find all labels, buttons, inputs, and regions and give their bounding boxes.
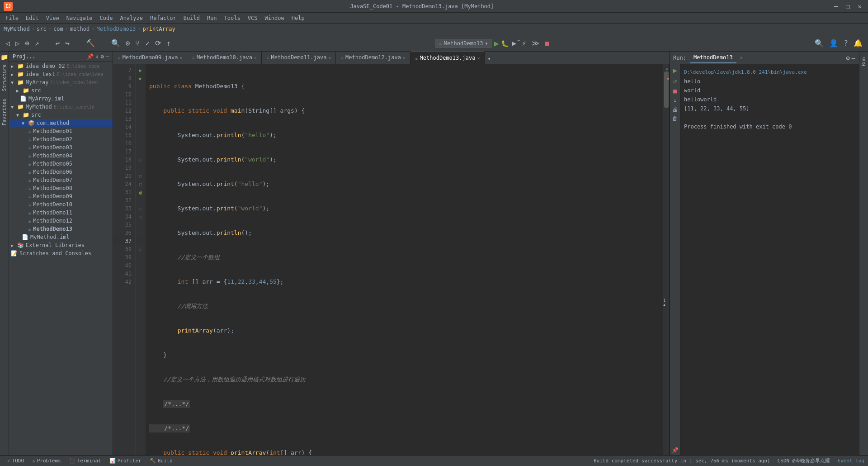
tab-methoddemo13[interactable]: ☕ MethodDemo13.java ✕: [410, 52, 485, 64]
menu-window[interactable]: Window: [261, 14, 288, 22]
sidebar-item-methoddemo10[interactable]: ☕ MethodDemo10: [9, 200, 113, 209]
menu-help[interactable]: Help: [288, 14, 308, 22]
run-sidebar-label[interactable]: Run: [860, 53, 868, 70]
sidebar-item-mymethod-iml[interactable]: 📄 MyMethod.iml: [9, 233, 113, 241]
bottom-tab-build[interactable]: 🔨 Build: [146, 457, 176, 465]
menu-edit[interactable]: Edit: [22, 14, 42, 22]
close-button[interactable]: ✕: [855, 2, 864, 11]
sidebar-item-src[interactable]: ▼ 📁 src: [9, 111, 113, 119]
bottom-tab-profiler[interactable]: 📊 Profiler: [106, 457, 145, 465]
project-icon[interactable]: 📁: [0, 53, 8, 61]
stop-button[interactable]: ■: [543, 38, 551, 48]
user-button[interactable]: 👤: [827, 38, 840, 48]
code-editor[interactable]: public class MethodDemo13 { public stati…: [146, 64, 663, 455]
menu-analyze[interactable]: Analyze: [116, 14, 146, 22]
favorites-icon[interactable]: Favorites: [1, 99, 7, 126]
toolbar-undo-button[interactable]: ↩: [54, 38, 62, 48]
menu-view[interactable]: View: [42, 14, 63, 22]
sidebar-close-button[interactable]: —: [106, 53, 109, 60]
toolbar-back-button[interactable]: ◁: [4, 38, 12, 48]
sidebar-item-scratches[interactable]: 📝 Scratches and Consoles: [9, 249, 113, 257]
tab-methoddemo09[interactable]: ☕ MethodDemo09.java ✕: [113, 52, 187, 64]
sidebar-item-myarray-iml[interactable]: 📄 MyArray.iml: [9, 95, 113, 103]
run-panel-minimize[interactable]: —: [852, 54, 855, 62]
menu-navigate[interactable]: Navigate: [63, 14, 96, 22]
menu-tools[interactable]: Tools: [221, 14, 244, 22]
run-restart-button[interactable]: ▶: [673, 66, 677, 75]
tab-close-12[interactable]: ✕: [403, 55, 406, 60]
run-gutter-7[interactable]: ▶: [139, 68, 142, 73]
breadcrumb-mymethod[interactable]: MyMethod: [4, 26, 30, 32]
tab-methoddemo12[interactable]: ☕ MethodDemo12.java ✕: [336, 52, 410, 64]
tab-methoddemo10[interactable]: ☕ MethodDemo10.java ✕: [187, 52, 261, 64]
toolbar-recent-button[interactable]: ⊕: [23, 38, 31, 48]
editor-content[interactable]: 7 8 9 10 11 12 13 14 15 16 17 18 19 20 2…: [113, 64, 669, 455]
sidebar-item-methoddemo05[interactable]: ☕ MethodDemo05: [9, 160, 113, 168]
toolbar-push-button[interactable]: ↑: [165, 38, 173, 48]
sidebar-pin-button[interactable]: 📌: [87, 53, 94, 60]
menu-build[interactable]: Build: [180, 14, 203, 22]
toolbar-search-button[interactable]: 🔍: [109, 38, 122, 48]
bottom-tab-problems[interactable]: ⚠ Problems: [28, 457, 65, 465]
tab-close-11[interactable]: ✕: [328, 55, 331, 60]
run-tab-methoddemo13[interactable]: MethodDemo13: [690, 52, 736, 63]
maximize-button[interactable]: □: [843, 2, 852, 11]
sidebar-item-methoddemo13[interactable]: ☕ MethodDemo13: [9, 225, 113, 233]
sidebar-item-idea-test[interactable]: ▶ 📁 idea_test E:\idea_code\idea: [9, 70, 113, 78]
tab-close-10[interactable]: ✕: [254, 55, 257, 60]
run-stop-button[interactable]: ■: [673, 87, 677, 95]
editor-scrollbar[interactable]: ▲ 1 ▲: [663, 64, 669, 455]
sidebar-item-methoddemo12[interactable]: ☕ MethodDemo12: [9, 217, 113, 225]
run-print-button[interactable]: 🖨: [672, 106, 678, 113]
toolbar-update-button[interactable]: ⟳: [153, 38, 163, 48]
structure-icon[interactable]: Structure: [1, 64, 7, 91]
run-tab-close[interactable]: ✕: [740, 55, 743, 61]
sidebar-item-methoddemo06[interactable]: ☕ MethodDemo06: [9, 168, 113, 176]
run-config-selector[interactable]: ☕ MethodDemo13 ▾: [435, 39, 492, 48]
run-button[interactable]: ▶: [494, 38, 499, 48]
sidebar-item-methoddemo02[interactable]: ☕ MethodDemo02: [9, 135, 113, 143]
profile-button[interactable]: ⚡: [520, 38, 528, 48]
toolbar-expand-button[interactable]: ↗: [33, 38, 41, 48]
tab-close-13[interactable]: ✕: [477, 56, 480, 61]
sidebar-item-idea-demo02[interactable]: ▶ 📁 idea_demo_02 E:\idea_code: [9, 62, 113, 70]
toolbar-commit-button[interactable]: ✓: [143, 38, 151, 48]
tab-close-09[interactable]: ✕: [179, 55, 182, 60]
tab-methoddemo11[interactable]: ☕ MethodDemo11.java ✕: [262, 52, 336, 64]
run-settings-button[interactable]: ⚙: [846, 54, 849, 62]
bottom-tab-terminal[interactable]: ⬛ Terminal: [66, 457, 105, 465]
sidebar-item-myarray-src[interactable]: ▶ 📁 src: [9, 86, 113, 95]
help-button[interactable]: ?: [842, 38, 850, 48]
run-rerun-button[interactable]: ↺: [673, 77, 677, 85]
sidebar-item-com-method[interactable]: ▼ 📦 com.method: [9, 119, 113, 127]
menu-vcs[interactable]: VCS: [244, 14, 261, 22]
run-gutter-8[interactable]: ▶: [139, 76, 142, 81]
breadcrumb-src[interactable]: src: [37, 26, 47, 32]
tabs-overflow-button[interactable]: ▾: [485, 54, 493, 64]
sidebar-item-methoddemo09[interactable]: ☕ MethodDemo09: [9, 192, 113, 200]
global-search-button[interactable]: 🔍: [813, 38, 826, 48]
sidebar-item-myarray[interactable]: ▼ 📁 MyArray E:\idea_code\Ideal: [9, 78, 113, 86]
collapse-24[interactable]: □: [139, 182, 142, 187]
sidebar-item-methoddemo04[interactable]: ☕ MethodDemo04: [9, 152, 113, 160]
sidebar-sync-button[interactable]: ↕: [95, 53, 99, 60]
debug-button[interactable]: 🐛: [501, 40, 509, 47]
sidebar-item-methoddemo07[interactable]: ☕ MethodDemo07: [9, 176, 113, 184]
menu-file[interactable]: File: [2, 14, 22, 22]
notifications-button[interactable]: 🔔: [852, 38, 864, 48]
sidebar-item-methoddemo01[interactable]: ☕ MethodDemo01: [9, 127, 113, 135]
toolbar-forward-button[interactable]: ▷: [14, 38, 22, 48]
sidebar-item-methoddemo08[interactable]: ☕ MethodDemo08: [9, 184, 113, 192]
run-pin-button[interactable]: 📌: [672, 447, 679, 453]
breadcrumb-method[interactable]: method: [70, 26, 90, 32]
sidebar-item-mymethod[interactable]: ▼ 📁 MyMethod E:\idea_code\Id: [9, 103, 113, 111]
toolbar-vcs-button[interactable]: ⑂: [133, 38, 142, 48]
run-clear-button[interactable]: 🗑: [672, 115, 678, 122]
menu-refactor[interactable]: Refactor: [146, 14, 180, 22]
event-log-button[interactable]: Event log: [837, 458, 864, 464]
sidebar-settings-button[interactable]: ⚙: [101, 53, 104, 60]
breadcrumb-printarray[interactable]: printArray: [142, 26, 175, 32]
breadcrumb-methoddemo13[interactable]: MethodDemo13: [96, 26, 136, 32]
toolbar-redo-button[interactable]: ↪: [63, 38, 71, 48]
menu-code[interactable]: Code: [96, 14, 117, 22]
